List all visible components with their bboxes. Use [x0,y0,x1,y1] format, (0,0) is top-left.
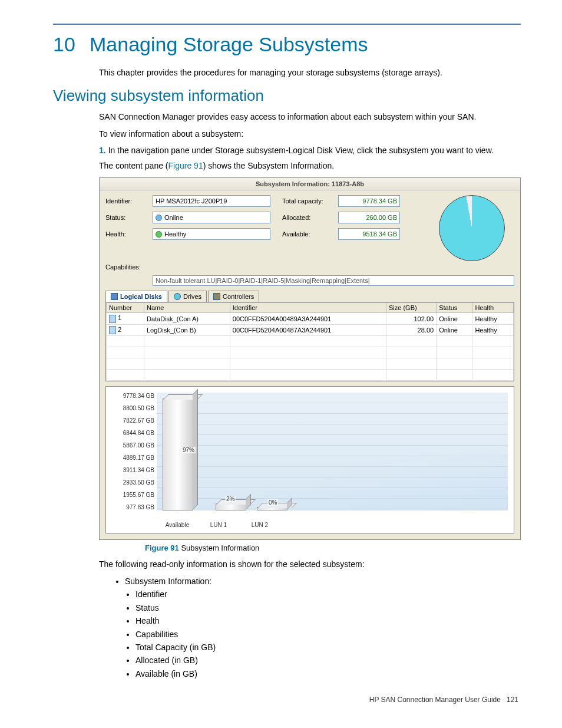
controller-icon [213,293,220,300]
logical-disk-icon [111,293,118,300]
identifier-label: Identifier: [105,197,153,205]
col-size[interactable]: Size (GB) [386,303,437,313]
list-item: Subsystem Information: [125,575,521,588]
section-p1: SAN Connection Manager provides easy acc… [99,111,521,123]
list-item: Allocated (in GB) [135,654,521,667]
list-item: Status [135,601,521,614]
available-label: Available: [282,230,338,238]
tab-logical-disks[interactable]: Logical Disks [105,291,167,302]
list-item: Available (in GB) [135,667,521,680]
table-row[interactable]: 2 LogDisk_(Con B)00C0FFD5204A00487A3A244… [107,324,514,335]
disk-icon [109,315,116,323]
status-label: Status: [105,214,153,221]
chapter-heading: 10Managing Storage Subsystems [53,33,521,56]
capabilities-label: Capabilities: [105,263,153,271]
health-value: Healthy [153,228,270,240]
identifier-value: HP MSA2012fc J200P19 [153,195,270,207]
chapter-intro: This chapter provides the procedures for… [99,67,521,78]
disk-icon [109,326,116,334]
col-number[interactable]: Number [107,303,144,313]
col-status[interactable]: Status [437,303,472,313]
allocated-label: Allocated: [282,214,338,221]
status-value: Online [153,212,270,223]
drive-icon [174,293,181,300]
col-identifier[interactable]: Identifier [230,303,386,313]
available-value: 9518.34 GB [338,228,400,240]
health-label: Health: [105,230,153,238]
page-footer: HP SAN Connection Manager User Guide 121 [53,696,521,704]
figure-link[interactable]: Figure 91 [168,161,203,170]
section-heading: Viewing subsystem information [53,87,521,105]
section-p2: To view information about a subsystem: [99,128,521,140]
readonly-intro: The following read-only information is s… [99,558,521,570]
bar-lun2 [257,507,287,510]
panel-title: Subsystem Information: 11873-A8b [100,178,520,190]
total-label: Total capacity: [282,197,338,205]
list-item: Health [135,614,521,627]
bar-lun1 [216,503,246,510]
allocated-value: 260.00 GB [338,212,400,223]
col-name[interactable]: Name [144,303,230,313]
col-health[interactable]: Health [472,303,514,313]
total-value: 9778.34 GB [338,195,400,207]
tab-drives[interactable]: Drives [168,291,207,302]
capacity-bar-chart: 9778.34 GB8800.50 GB7822.67 GB6844.84 GB… [105,386,514,533]
list-item: Capabilities [135,628,521,641]
subsystem-info-panel: Subsystem Information: 11873-A8b Identif… [99,177,521,539]
list-item: Identifier [135,588,521,601]
capabilities-value: Non-fault tolerant LU|RAID-0|RAID-1|RAID… [153,275,514,286]
step-1: 1.In the navigation pane under Storage s… [99,144,521,172]
list-item: Total Capacity (in GB) [135,641,521,654]
tab-controllers[interactable]: Controllers [208,291,259,302]
capacity-pie-chart [439,195,505,261]
figure-caption: Figure 91 Subsystem Information [145,543,521,552]
healthy-icon [156,231,162,238]
table-row[interactable]: 1 DataDisk_(Con A)00C0FFD5204A00489A3A24… [107,313,514,324]
logical-disk-table: Number Name Identifier Size (GB) Status … [105,302,514,381]
bar-available [163,398,193,510]
online-icon [156,215,162,221]
